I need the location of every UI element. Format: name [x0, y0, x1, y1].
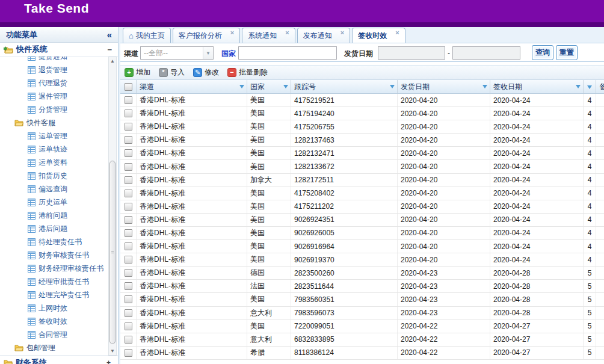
- date-from-input[interactable]: [378, 46, 445, 60]
- row-checkbox[interactable]: [125, 269, 132, 277]
- sidebar-item-1[interactable]: 退货管理: [0, 63, 118, 76]
- table-row[interactable]: 香港DHL-标准 美国 1282132471 2020-04-20 2020-0…: [120, 147, 604, 160]
- table-row[interactable]: 香港DHL-标准 意大利 6832833895 2020-04-22 2020-…: [120, 333, 604, 347]
- sidebar-scrollbar[interactable]: ▲ ▼: [108, 57, 117, 356]
- row-checkbox[interactable]: [125, 336, 132, 344]
- modify-button[interactable]: ✎ 修改: [193, 67, 219, 78]
- table-row[interactable]: 香港DHL-标准 意大利 7983596073 2020-04-23 2020-…: [120, 307, 604, 320]
- filter-icon[interactable]: [239, 85, 244, 91]
- channel-select[interactable]: --全部-- ▼: [140, 46, 214, 60]
- sidebar-collapse-icon[interactable]: «: [107, 29, 112, 40]
- sidebar-item-5[interactable]: 快件客服: [0, 116, 118, 129]
- row-checkbox[interactable]: [125, 136, 132, 144]
- row-checkbox[interactable]: [125, 216, 132, 224]
- row-checkbox[interactable]: [125, 203, 132, 211]
- sidebar-item-7[interactable]: 运单轨迹: [0, 143, 118, 156]
- column-header-ship-date[interactable]: 发货日期: [398, 80, 490, 93]
- table-row[interactable]: 香港DHL-标准 加拿大 1282172511 2020-04-20 2020-…: [120, 174, 604, 187]
- row-checkbox[interactable]: [125, 190, 132, 197]
- close-icon[interactable]: ×: [285, 29, 289, 36]
- filter-icon[interactable]: [576, 85, 581, 91]
- sidebar-item-9[interactable]: 扣货历史: [0, 169, 118, 182]
- row-checkbox[interactable]: [125, 256, 132, 264]
- add-button[interactable]: + 增加: [125, 67, 150, 78]
- table-row[interactable]: 香港DHL-标准 美国 9026924351 2020-04-20 2020-0…: [120, 214, 604, 227]
- table-row[interactable]: 香港DHL-标准 美国 4175219521 2020-04-20 2020-0…: [120, 94, 604, 107]
- row-checkbox[interactable]: [125, 322, 132, 330]
- column-header-country[interactable]: 国家: [247, 80, 291, 93]
- date-to-input[interactable]: [452, 46, 520, 60]
- tab-customer-quote-analysis[interactable]: 客户报价分析 ×: [173, 28, 240, 43]
- sidebar-item-3[interactable]: 退件管理: [0, 90, 118, 103]
- filter-icon[interactable]: [587, 85, 592, 91]
- sidebar-item-20[interactable]: 签收时效: [0, 315, 118, 328]
- sidebar-item-2[interactable]: 代理退货: [0, 76, 118, 90]
- table-row[interactable]: 香港DHL-标准 美国 9026919370 2020-04-20 2020-0…: [120, 253, 604, 267]
- row-checkbox[interactable]: [125, 242, 132, 250]
- tab-sign-timeliness[interactable]: 签收时效 ×: [352, 28, 405, 43]
- table-row[interactable]: 香港DHL-标准 美国 9026916964 2020-04-20 2020-0…: [120, 240, 604, 253]
- tab-system-notice[interactable]: 系统通知 ×: [242, 28, 295, 43]
- sidebar-section-express-system[interactable]: 快件系统 −: [0, 43, 118, 57]
- close-icon[interactable]: ×: [230, 29, 234, 36]
- reset-button[interactable]: 重置: [556, 45, 578, 60]
- scroll-down-icon[interactable]: ▼: [109, 347, 116, 355]
- filter-icon[interactable]: [390, 85, 395, 91]
- sidebar-item-17[interactable]: 经理审批责任书: [0, 275, 118, 288]
- batch-delete-button[interactable]: − 批量删除: [227, 67, 268, 78]
- section-expand-icon[interactable]: +: [106, 359, 111, 364]
- sidebar-item-8[interactable]: 运单资料: [0, 156, 118, 169]
- row-checkbox[interactable]: [125, 295, 132, 303]
- table-row[interactable]: 香港DHL-标准 法国 2823511644 2020-04-23 2020-0…: [120, 280, 604, 293]
- table-row[interactable]: 香港DHL-标准 美国 4175194240 2020-04-20 2020-0…: [120, 107, 604, 120]
- column-header-remark[interactable]: 备注: [596, 80, 604, 93]
- select-all-checkbox[interactable]: [125, 83, 132, 91]
- sidebar-item-18[interactable]: 处理完毕责任书: [0, 288, 118, 301]
- table-row[interactable]: 香港DHL-标准 美国 4175208402 2020-04-20 2020-0…: [120, 187, 604, 200]
- row-checkbox[interactable]: [125, 176, 132, 184]
- sidebar-item-16[interactable]: 财务经理审核责任书: [0, 262, 118, 275]
- column-header-days[interactable]: [584, 80, 596, 93]
- row-checkbox[interactable]: [125, 149, 132, 157]
- sidebar-item-4[interactable]: 分货管理: [0, 103, 118, 116]
- close-icon[interactable]: ×: [395, 29, 399, 36]
- table-row[interactable]: 香港DHL-标准 美国 1282137463 2020-04-20 2020-0…: [120, 134, 604, 147]
- search-button[interactable]: 查询: [532, 45, 553, 60]
- row-checkbox[interactable]: [125, 110, 132, 117]
- row-checkbox[interactable]: [125, 309, 132, 317]
- table-row[interactable]: 香港DHL-标准 美国 4175211202 2020-04-20 2020-0…: [120, 200, 604, 214]
- sidebar-item-13[interactable]: 港后问题: [0, 222, 118, 235]
- table-row[interactable]: 香港DHL-标准 美国 9026926005 2020-04-20 2020-0…: [120, 227, 604, 240]
- tab-publish-notice[interactable]: 发布通知 ×: [297, 28, 350, 43]
- row-checkbox[interactable]: [125, 282, 132, 290]
- sidebar-item-11[interactable]: 历史运单: [0, 196, 118, 209]
- table-row[interactable]: 香港DHL-标准 美国 4175206755 2020-04-20 2020-0…: [120, 120, 604, 134]
- row-checkbox[interactable]: [125, 163, 132, 171]
- table-row[interactable]: 香港DHL-标准 德国 2823500260 2020-04-23 2020-0…: [120, 267, 604, 280]
- country-input[interactable]: [238, 46, 337, 60]
- scrollbar-thumb[interactable]: [109, 161, 116, 344]
- column-header-tracking[interactable]: 跟踪号: [291, 80, 398, 93]
- table-row[interactable]: 香港DHL-标准 美国 7983560351 2020-04-23 2020-0…: [120, 293, 604, 306]
- column-header-channel[interactable]: 渠道: [137, 80, 247, 93]
- sidebar-section-finance-system[interactable]: 财务系统 +: [0, 356, 118, 364]
- table-row[interactable]: 香港DHL-标准 美国 1282133672 2020-04-20 2020-0…: [120, 160, 604, 173]
- import-button[interactable]: * 导入: [159, 67, 185, 78]
- sidebar-item-6[interactable]: 运单管理: [0, 129, 118, 143]
- filter-icon[interactable]: [283, 85, 288, 91]
- sidebar-item-0[interactable]: 提货通知: [0, 57, 118, 63]
- table-row[interactable]: 香港DHL-标准 希腊 8118386124 2020-04-22 2020-0…: [120, 347, 604, 360]
- column-header-sign-date[interactable]: 签收日期: [490, 80, 584, 93]
- table-row[interactable]: 香港DHL-标准 美国 7220099051 2020-04-22 2020-0…: [120, 320, 604, 333]
- sidebar-item-10[interactable]: 偏远查询: [0, 182, 118, 196]
- row-checkbox[interactable]: [125, 123, 132, 131]
- filter-icon[interactable]: [482, 85, 487, 91]
- row-checkbox[interactable]: [125, 349, 132, 357]
- sidebar-item-19[interactable]: 上网时效: [0, 301, 118, 315]
- sidebar-item-14[interactable]: 待处理责任书: [0, 235, 118, 248]
- section-collapse-icon[interactable]: −: [107, 45, 112, 54]
- scroll-up-icon[interactable]: ▲: [109, 57, 116, 65]
- row-checkbox[interactable]: [125, 96, 132, 104]
- close-icon[interactable]: ×: [341, 29, 344, 36]
- sidebar-item-12[interactable]: 港前问题: [0, 209, 118, 222]
